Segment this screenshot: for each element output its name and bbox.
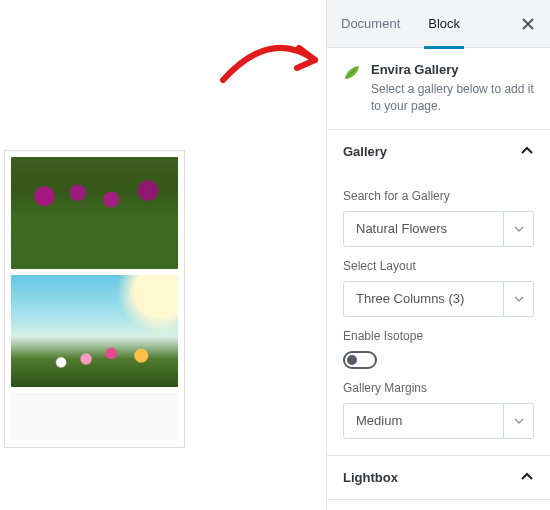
gallery-margins-label: Gallery Margins xyxy=(343,381,534,395)
editor-canvas xyxy=(0,0,326,510)
gallery-image-placeholder xyxy=(11,393,178,441)
select-layout-value: Three Columns (3) xyxy=(344,291,503,306)
panel-gallery: Gallery Search for a Gallery Natural Flo… xyxy=(327,130,550,456)
tab-document[interactable]: Document xyxy=(327,0,414,48)
panel-lightbox-toggle[interactable]: Lightbox xyxy=(327,456,550,499)
chevron-up-icon xyxy=(520,144,534,158)
enable-isotope-label: Enable Isotope xyxy=(343,329,534,343)
chevron-down-icon xyxy=(503,404,533,438)
gallery-image-1 xyxy=(11,157,178,269)
gallery-image-2 xyxy=(11,275,178,387)
block-settings-sidebar: Document Block Envira Gallery Select a g… xyxy=(326,0,550,510)
tab-block[interactable]: Block xyxy=(414,0,474,48)
select-layout-label: Select Layout xyxy=(343,259,534,273)
gallery-margins-select[interactable]: Medium xyxy=(343,403,534,439)
sidebar-tabs: Document Block xyxy=(327,0,550,48)
search-gallery-label: Search for a Gallery xyxy=(343,189,534,203)
panel-gallery-toggle[interactable]: Gallery xyxy=(327,130,550,173)
search-gallery-value: Natural Flowers xyxy=(344,221,503,236)
block-title: Envira Gallery xyxy=(371,62,534,77)
block-header: Envira Gallery Select a gallery below to… xyxy=(327,48,550,130)
block-description: Select a gallery below to add it to your… xyxy=(371,81,534,115)
gallery-preview-block[interactable] xyxy=(4,150,185,448)
panel-gallery-title: Gallery xyxy=(343,144,387,159)
select-layout-select[interactable]: Three Columns (3) xyxy=(343,281,534,317)
panel-lightbox-title: Lightbox xyxy=(343,470,398,485)
chevron-down-icon xyxy=(503,212,533,246)
enable-isotope-toggle[interactable] xyxy=(343,351,377,369)
close-icon xyxy=(520,16,536,32)
annotation-arrow xyxy=(215,20,335,100)
panel-lightbox: Lightbox xyxy=(327,456,550,500)
search-gallery-select[interactable]: Natural Flowers xyxy=(343,211,534,247)
chevron-up-icon xyxy=(520,470,534,484)
gallery-margins-value: Medium xyxy=(344,413,503,428)
leaf-icon xyxy=(343,64,361,115)
chevron-down-icon xyxy=(503,282,533,316)
close-sidebar-button[interactable] xyxy=(506,0,550,48)
